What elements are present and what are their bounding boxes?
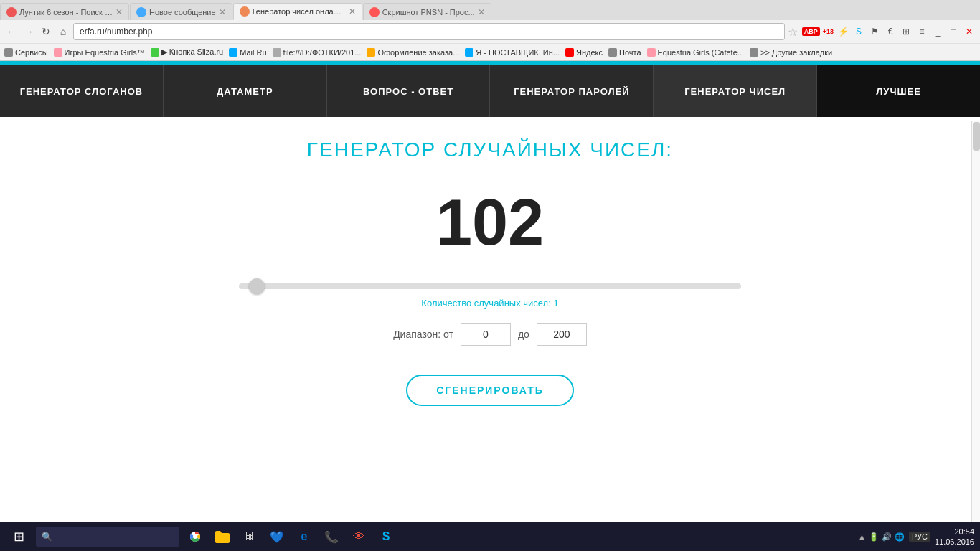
bookmark-sliza[interactable]: ▶ Кнопка Sliza.ru [151,47,224,57]
taskbar-eye[interactable]: 👁 [347,525,370,548]
bookmark-order[interactable]: Оформление заказа... [367,48,459,57]
range-from-input[interactable] [461,323,511,346]
tab-favicon-luntik [6,7,17,17]
maximize-icon[interactable]: □ [947,25,960,38]
translate-icon[interactable]: ⚑ [868,25,881,38]
website: ГЕНЕРАТОР СЛОГАНОВ ДАТАМЕТР ВОПРОС - ОТВ… [0,61,980,428]
tab-close-luntik[interactable]: ✕ [116,7,123,17]
tray-battery: 🔋 [869,532,879,542]
tab-close-newmsg[interactable]: ✕ [219,7,226,17]
slider-track[interactable] [239,283,741,289]
bookmark-equestria2[interactable]: Equestria Girls (Cafete... [647,48,744,57]
page-title: ГЕНЕРАТОР СЛУЧАЙНЫХ ЧИСЕЛ: [307,138,673,161]
bookmark-supplier[interactable]: Я - ПОСТАВЩИК. Ин... [465,48,560,57]
taskbar: ⊞ 🔍 🖩 💙 e 📞 👁 S ▲ 🔋 🔊 🌐 РУС 20:54 11 [0,522,980,551]
taskbar-skype[interactable]: S [374,525,397,548]
bookmark-yandex[interactable]: Яндекс [565,48,603,57]
bookmark-mailru[interactable]: Mail Ru [229,48,266,57]
tab-favicon-newmsg [136,7,146,17]
generate-button[interactable]: СГЕНЕРИРОВАТЬ [406,375,574,406]
bookmark-label-fotki: file:///D:/ФОТКИ/201... [283,48,362,57]
nav-qa[interactable]: ВОПРОС - ОТВЕТ [327,65,491,117]
tab-screenshot[interactable]: Скришнот PNSN - Прос... ✕ [363,3,491,20]
bookmark-equestria[interactable]: Игры Equestria Girls™ [54,48,145,57]
result-number: 102 [436,190,544,255]
tab-label-newmsg: Новое сообщение [149,8,216,17]
reload-button[interactable]: ↻ [39,24,53,39]
bookmark-icon-servisy [4,48,13,57]
forward-button[interactable]: → [22,24,36,39]
range-to-input[interactable] [537,323,587,346]
tab-luntik[interactable]: Лунтик 6 сезон - Поиск в... ✕ [0,3,129,20]
skype-toolbar-icon[interactable]: S [852,25,865,38]
bookmark-icon-order [367,48,375,57]
main-content: ГЕНЕРАТОР СЛУЧАЙНЫХ ЧИСЕЛ: 102 Количеств… [0,117,980,428]
range-from-label: Диапазон: от [393,329,453,340]
nav-slogans[interactable]: ГЕНЕРАТОР СЛОГАНОВ [0,65,164,117]
tab-close-screenshot[interactable]: ✕ [478,7,485,17]
scrollbar[interactable] [971,121,980,551]
bookmark-icon-supplier [465,48,473,57]
sys-tray: ▲ 🔋 🔊 🌐 [858,532,905,542]
tab-close-erfa[interactable]: ✕ [349,6,356,17]
bookmark-icon-pochta [608,48,617,57]
taskbar-edge[interactable]: e [293,525,316,548]
bookmark-star[interactable]: ☆ [788,25,798,39]
extensions-icon[interactable]: ⚡ [837,25,849,38]
clock-time: 20:54 [935,527,974,537]
grid-icon[interactable]: ⊞ [900,25,913,38]
nav-slogans-label: ГЕНЕРАТОР СЛОГАНОВ [20,86,143,97]
bookmark-label-order: Оформление заказа... [377,48,459,57]
home-button[interactable]: ⌂ [56,24,70,39]
close-window-icon[interactable]: ✕ [963,25,976,38]
range-to-label: до [518,329,529,340]
bookmark-label-pochta: Почта [619,48,641,57]
nav-numbers[interactable]: ГЕНЕРАТОР ЧИСЕЛ [654,65,817,117]
browser-chrome: Лунтик 6 сезон - Поиск в... ✕ Новое сооб… [0,0,980,61]
bookmark-pochta[interactable]: Почта [608,48,641,57]
tab-label-erfa: Генератор чисел онлайн... [253,7,346,16]
tab-newmsg[interactable]: Новое сообщение ✕ [130,3,232,20]
nav-best-label: ЛУЧШЕЕ [876,86,921,97]
bookmark-label-mailru: Mail Ru [240,48,266,57]
tray-network[interactable]: 🌐 [895,532,905,542]
bookmark-label-yandex: Яндекс [576,48,603,57]
currency-icon[interactable]: € [884,25,897,38]
tab-erfa[interactable]: Генератор чисел онлайн... ✕ [233,3,362,20]
nav-numbers-label: ГЕНЕРАТОР ЧИСЕЛ [684,86,786,97]
clock: 20:54 11.06.2016 [935,527,974,547]
clock-date: 11.06.2016 [935,537,974,547]
taskbar-calc[interactable]: 🖩 [238,525,261,548]
nav-datametr[interactable]: ДАТАМЕТР [164,65,327,117]
taskbar-folder[interactable] [211,525,234,548]
bookmark-label-supplier: Я - ПОСТАВЩИК. Ин... [476,48,560,57]
slider-thumb[interactable] [249,278,265,294]
scrollbar-thumb[interactable] [973,122,980,151]
url-text: erfa.ru/number.php [80,27,152,37]
nav-qa-label: ВОПРОС - ОТВЕТ [363,86,453,97]
address-bar: ← → ↻ ⌂ erfa.ru/number.php ☆ ABP +13 ⚡ S… [0,20,980,43]
bookmark-fotki[interactable]: file:///D:/ФОТКИ/201... [273,48,362,57]
back-button[interactable]: ← [4,24,19,39]
bookmark-servisy[interactable]: Сервисы [4,48,48,57]
taskbar-search[interactable]: 🔍 [36,527,179,547]
tab-favicon-erfa [240,6,250,17]
taskbar-viber[interactable]: 📞 [320,525,343,548]
generate-button-label: СГЕНЕРИРОВАТЬ [436,385,544,396]
bookmark-other[interactable]: >> Другие закладки [750,48,832,57]
minimize-icon[interactable]: _ [931,25,944,38]
menu-icon[interactable]: ≡ [915,25,928,38]
taskbar-chrome[interactable] [184,525,207,548]
tray-arrow[interactable]: ▲ [858,532,866,541]
url-input[interactable]: erfa.ru/number.php [73,23,785,40]
svg-point-1 [193,534,197,539]
nav-passwords[interactable]: ГЕНЕРАТОР ПАРОЛЕЙ [490,65,654,117]
tray-volume[interactable]: 🔊 [882,532,892,542]
tab-label-screenshot: Скришнот PNSN - Прос... [382,8,475,17]
nav-datametr-label: ДАТАМЕТР [217,86,273,97]
lang-indicator: РУС [909,532,930,542]
nav-best[interactable]: ЛУЧШЕЕ [817,65,980,117]
start-button[interactable]: ⊞ [6,525,32,548]
taskbar-blue[interactable]: 💙 [265,525,288,548]
bookmark-icon-mailru [229,48,237,57]
